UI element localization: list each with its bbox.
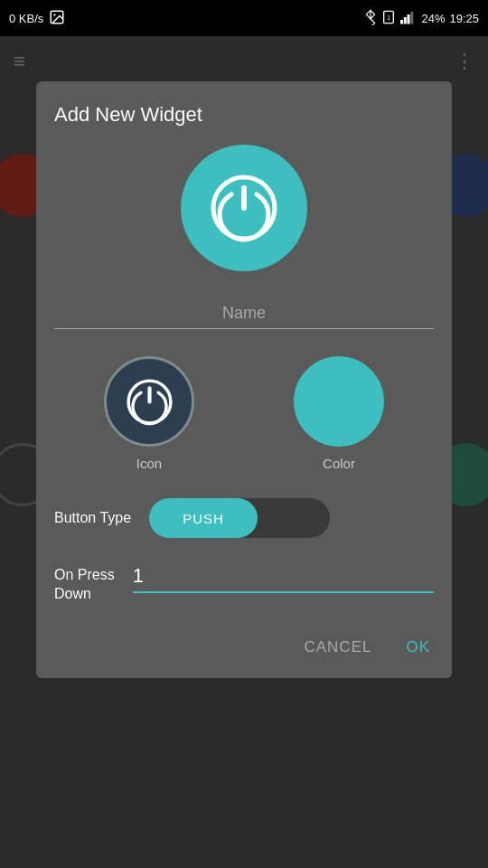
icon-label: Icon xyxy=(136,456,162,471)
color-selector-col: Color xyxy=(294,356,384,471)
add-widget-dialog: Add New Widget xyxy=(36,81,452,678)
on-press-row: On PressDown xyxy=(54,561,434,604)
dialog-buttons: CANCEL OK xyxy=(54,627,434,664)
button-type-label: Button Type xyxy=(54,510,131,526)
dialog-title: Add New Widget xyxy=(54,103,202,127)
bluetooth-icon xyxy=(364,9,377,28)
name-field-container xyxy=(54,298,434,329)
gallery-icon xyxy=(49,9,65,28)
app-background: ≡ ⋮ Add New Widget xyxy=(0,36,488,868)
svg-rect-7 xyxy=(411,12,414,24)
battery-text: 24% xyxy=(421,12,445,25)
svg-rect-4 xyxy=(400,20,403,24)
button-type-toggle[interactable]: PUSH xyxy=(149,498,330,538)
color-label: Color xyxy=(323,456,355,471)
color-selector[interactable] xyxy=(294,356,384,447)
svg-text:1: 1 xyxy=(388,14,391,20)
on-press-label: On PressDown xyxy=(54,561,115,604)
storage-text: 0 KB/s xyxy=(9,12,43,25)
name-input[interactable] xyxy=(54,298,434,329)
button-type-row: Button Type PUSH xyxy=(54,498,434,538)
sim-icon: 1 xyxy=(381,10,396,27)
status-bar: 0 KB/s 1 24% 19:25 xyxy=(0,0,488,36)
icon-color-row: Icon Color xyxy=(54,356,434,471)
on-press-input[interactable] xyxy=(133,561,434,593)
status-right: 1 24% 19:25 xyxy=(364,9,479,28)
status-left: 0 KB/s xyxy=(9,9,65,28)
svg-rect-5 xyxy=(404,17,407,24)
cancel-button[interactable]: CANCEL xyxy=(300,631,375,664)
icon-selector[interactable] xyxy=(104,356,194,447)
icon-selector-col: Icon xyxy=(104,356,194,471)
ok-button[interactable]: OK xyxy=(402,631,434,664)
svg-rect-6 xyxy=(408,14,410,24)
toggle-push-thumb: PUSH xyxy=(149,498,258,538)
svg-point-1 xyxy=(54,14,56,15)
time-text: 19:25 xyxy=(449,12,479,25)
widget-preview-icon[interactable] xyxy=(181,145,307,271)
signal-icon xyxy=(400,10,417,27)
